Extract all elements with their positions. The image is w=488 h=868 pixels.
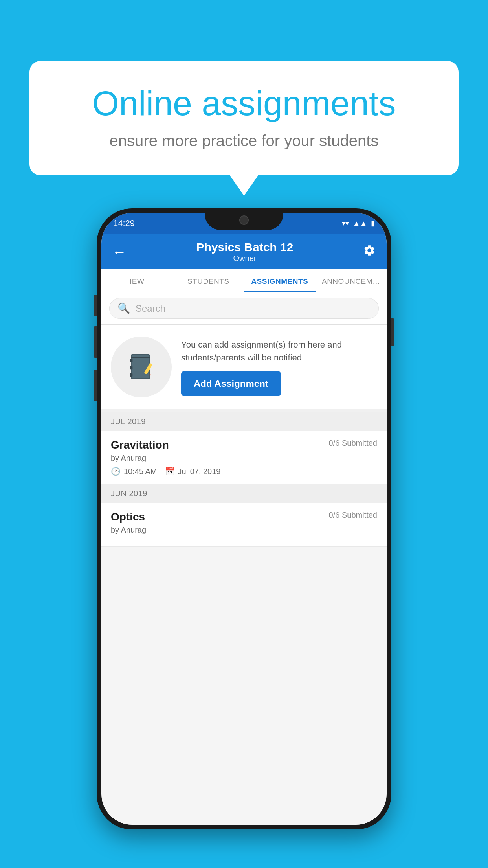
assignment-name-optics: Optics — [111, 511, 145, 523]
assignment-item-optics[interactable]: Optics 0/6 Submitted by Anurag — [101, 503, 387, 547]
tabs-bar: IEW STUDENTS ASSIGNMENTS ANNOUNCEM… — [101, 269, 387, 292]
header-center: Physics Batch 12 Owner — [196, 241, 294, 263]
assignment-header: Gravitation 0/6 Submitted — [111, 439, 377, 451]
add-assignment-promo: You can add assignment(s) from here and … — [101, 325, 387, 412]
assignment-name: Gravitation — [111, 439, 169, 451]
phone-outer: 14:29 ▾▾ ▲▲ ▮ ← Physics Batch 12 Owner — [97, 208, 391, 829]
wifi-icon: ▾▾ — [342, 219, 349, 228]
battery-icon: ▮ — [371, 219, 375, 228]
month-separator-jul: JUL 2019 — [101, 412, 387, 431]
phone-mockup: 14:29 ▾▾ ▲▲ ▮ ← Physics Batch 12 Owner — [97, 208, 391, 829]
tab-announcements[interactable]: ANNOUNCEM… — [316, 269, 387, 292]
search-icon: 🔍 — [117, 302, 130, 314]
status-time: 14:29 — [113, 218, 135, 228]
tab-assignments[interactable]: ASSIGNMENTS — [244, 269, 316, 292]
front-camera — [239, 215, 249, 225]
svg-rect-7 — [130, 373, 132, 377]
notebook-icon — [126, 351, 157, 383]
status-icons: ▾▾ ▲▲ ▮ — [342, 219, 375, 228]
speech-bubble-title: Online assignments — [57, 85, 431, 123]
signal-icon: ▲▲ — [353, 219, 367, 228]
assignment-icon-circle — [111, 337, 172, 397]
assignment-time: 🕐 10:45 AM — [111, 467, 157, 476]
app-header: ← Physics Batch 12 Owner — [101, 234, 387, 269]
header-subtitle: Owner — [196, 254, 294, 263]
assignment-submitted-optics: 0/6 Submitted — [329, 511, 377, 520]
volume-up-button — [94, 295, 97, 316]
clock-icon: 🕐 — [111, 467, 121, 476]
calendar-icon: 📅 — [165, 467, 175, 476]
header-title: Physics Batch 12 — [196, 241, 294, 254]
search-bar: 🔍 Search — [101, 292, 387, 325]
tab-iew[interactable]: IEW — [101, 269, 173, 292]
add-assignment-button[interactable]: Add Assignment — [181, 371, 281, 396]
assignment-time-value: 10:45 AM — [124, 467, 157, 476]
search-input-container[interactable]: 🔍 Search — [109, 298, 379, 319]
back-button[interactable]: ← — [112, 244, 127, 260]
silent-button — [94, 370, 97, 401]
tab-students[interactable]: STUDENTS — [173, 269, 244, 292]
assignment-by: by Anurag — [111, 454, 377, 463]
volume-down-button — [94, 326, 97, 358]
month-separator-jun: JUN 2019 — [101, 484, 387, 503]
svg-rect-1 — [132, 355, 149, 378]
assignment-date-value: Jul 07, 2019 — [178, 467, 221, 476]
assignment-by-optics: by Anurag — [111, 526, 377, 535]
search-placeholder: Search — [136, 303, 165, 314]
phone-notch — [205, 208, 283, 230]
speech-bubble-subtitle: ensure more practice for your students — [57, 132, 431, 150]
assignment-submitted: 0/6 Submitted — [329, 439, 377, 448]
speech-bubble-card: Online assignments ensure more practice … — [29, 61, 459, 175]
assignment-date: 📅 Jul 07, 2019 — [165, 467, 221, 476]
svg-rect-5 — [130, 359, 132, 362]
assignment-meta: 🕐 10:45 AM 📅 Jul 07, 2019 — [111, 467, 377, 476]
assignment-promo-right: You can add assignment(s) from here and … — [181, 338, 377, 396]
assignment-item-gravitation[interactable]: Gravitation 0/6 Submitted by Anurag 🕐 10… — [101, 431, 387, 484]
assignment-promo-text: You can add assignment(s) from here and … — [181, 338, 377, 364]
phone-screen: 14:29 ▾▾ ▲▲ ▮ ← Physics Batch 12 Owner — [101, 213, 387, 825]
assignment-header-optics: Optics 0/6 Submitted — [111, 511, 377, 523]
settings-button[interactable] — [363, 244, 376, 260]
power-button — [391, 318, 394, 346]
svg-rect-6 — [130, 366, 132, 369]
